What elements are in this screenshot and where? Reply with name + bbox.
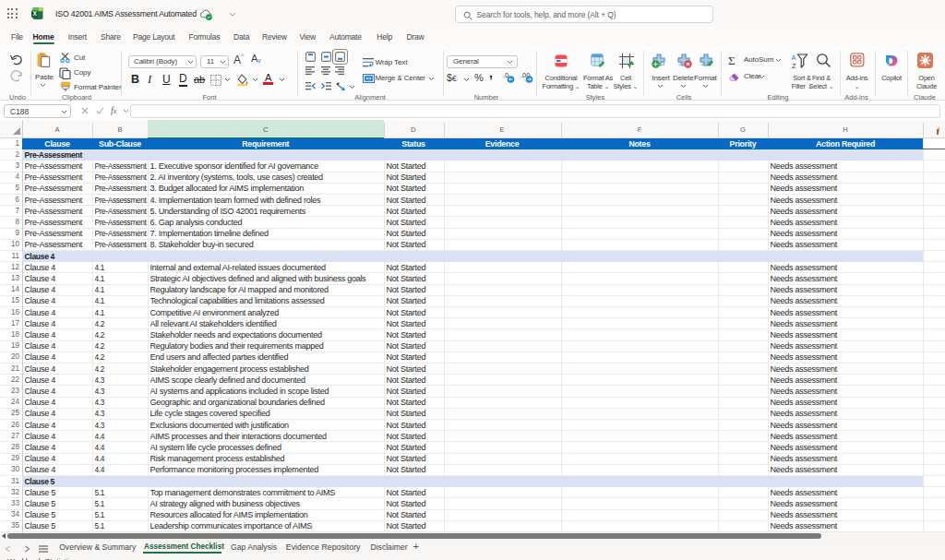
svg-text:Z: Z xyxy=(792,62,796,69)
svg-text:X: X xyxy=(32,10,37,17)
svg-text:A: A xyxy=(792,54,796,62)
